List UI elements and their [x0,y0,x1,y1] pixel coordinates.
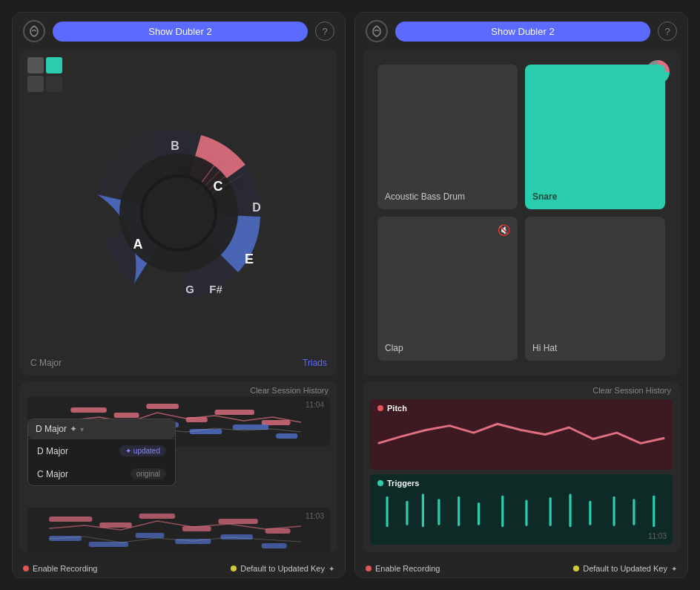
svg-point-6 [143,177,214,249]
dropdown-item-c-major[interactable]: C Major original [28,462,175,485]
svg-rect-34 [136,533,165,538]
color-swatches [27,57,62,92]
right-default-key[interactable]: Default to Updated Key ✦ [573,564,677,573]
right-session-section: Clear Session History Pitch [363,381,680,552]
right-title-button[interactable]: Show Dubler 2 [395,22,650,42]
left-title-button[interactable]: Show Dubler 2 [53,22,308,42]
chord-wheel-section: C B D A E G F# C Major Triads [20,50,337,376]
drum-pad-hihat[interactable]: Hi Hat [525,217,665,361]
enable-recording-label: Enable Recording [33,564,97,573]
svg-rect-40 [386,496,388,528]
svg-rect-44 [458,496,460,526]
pitch-dot [377,405,383,411]
svg-rect-18 [215,410,254,415]
dropdown-trigger[interactable]: D Major ✦ ▾ [28,419,175,439]
triggers-time: 11:03 [648,532,667,540]
right-default-key-label: Default to Updated Key [583,564,667,573]
svg-rect-28 [139,514,176,519]
left-panel: Show Dubler 2 ? [12,12,346,578]
left-panel-header: Show Dubler 2 ? [13,13,345,50]
drum-pad-acoustic-bass[interactable]: Acoustic Bass Drum [377,65,518,209]
dropdown-c-major-label: C Major [37,469,68,479]
drum-pad-clap-label: Clap [385,343,403,353]
svg-text:A: A [133,237,143,252]
svg-rect-42 [422,494,424,527]
svg-rect-15 [114,413,139,418]
right-session-header: Clear Session History [363,381,680,396]
right-default-key-star: ✦ [671,565,677,573]
right-enable-recording[interactable]: Enable Recording [366,564,440,573]
left-track-2[interactable]: 11:03 [27,508,330,552]
left-default-key[interactable]: Default to Updated Key ✦ [231,564,334,573]
svg-text:C: C [214,179,223,194]
left-clear-session-button[interactable]: Clear Session History [250,386,328,395]
svg-rect-52 [633,499,635,525]
dropdown-item-d-major[interactable]: D Major ✦ updated [28,439,175,462]
chord-wheel-svg: C B D A E G F# [60,94,297,332]
svg-text:F#: F# [209,283,222,295]
right-panel: Show Dubler 2 ? Acoustic B [354,12,688,578]
dropdown-chevron-icon: ▾ [80,425,84,433]
swatch-4[interactable] [46,76,62,92]
left-session-section: Clear Session History 11:04 [20,381,337,552]
drum-pad-snare-label: Snare [532,191,557,202]
pitch-label-text: Pitch [387,404,407,413]
svg-rect-27 [99,522,132,528]
left-help-button[interactable]: ? [315,22,334,41]
svg-rect-25 [276,433,297,439]
svg-rect-37 [262,543,287,548]
right-default-key-dot [573,566,579,571]
svg-text:B: B [171,140,179,152]
right-recording-dot [366,566,372,571]
left-dropdown: D Major ✦ ▾ D Major ✦ updated C Major or… [27,419,176,486]
drum-pads-grid: Acoustic Bass Drum Snare 🔇 Clap Hi Hat [363,50,680,376]
right-bottom-bar: Enable Recording Default to Updated Key … [355,560,687,577]
drum-pads-section: Acoustic Bass Drum Snare 🔇 Clap Hi Hat [363,50,680,376]
svg-rect-30 [218,519,257,524]
drum-pad-clap[interactable]: 🔇 Clap [377,217,518,361]
right-panel-header: Show Dubler 2 ? [355,13,687,50]
drum-pad-hihat-label: Hi Hat [532,343,557,353]
recording-dot [23,566,29,571]
svg-rect-47 [525,499,527,526]
svg-text:D: D [252,201,261,214]
right-logo [366,20,388,42]
right-help-button[interactable]: ? [658,22,677,41]
swatch-3[interactable] [27,76,44,92]
pitch-chart-label: Pitch [377,404,407,413]
track-1-time: 11:04 [306,401,324,409]
chord-key-label: C Major [30,358,62,368]
right-enable-recording-label: Enable Recording [375,564,440,573]
swatch-2[interactable] [46,57,62,73]
svg-rect-24 [233,425,269,430]
left-session-header: Clear Session History [20,381,337,396]
left-logo [23,20,45,42]
left-bottom-bar: Enable Recording Default to Updated Key … [13,560,345,577]
svg-rect-48 [549,497,552,526]
mute-icon: 🔇 [498,224,510,236]
default-key-star: ✦ [328,565,334,573]
left-session-tracks: 11:04 [20,396,337,552]
svg-rect-51 [612,496,615,526]
left-enable-recording[interactable]: Enable Recording [23,564,97,573]
swatch-1[interactable] [27,57,44,73]
chord-mode-label[interactable]: Triads [303,358,327,368]
dropdown-star-icon: ✦ [70,424,77,434]
drum-pad-snare[interactable]: Snare [525,65,665,209]
dropdown-updated-badge: ✦ updated [119,445,166,456]
dropdown-trigger-label: D Major [36,424,67,434]
drum-pad-acoustic-bass-label: Acoustic Bass Drum [385,191,465,202]
chart-area: Pitch Triggers 11:03 [363,396,680,552]
right-clear-session-button[interactable]: Clear Session History [592,386,671,395]
svg-rect-45 [478,502,480,525]
svg-rect-46 [501,496,503,528]
svg-rect-26 [49,517,92,522]
svg-text:E: E [245,252,254,266]
triggers-chart-label: Triggers [377,479,419,488]
svg-rect-50 [589,501,591,525]
svg-text:G: G [185,283,194,295]
svg-rect-19 [262,420,291,425]
dropdown-d-major-label: D Major [37,446,68,456]
track-2-time: 11:03 [306,512,324,520]
triggers-dot [377,480,383,486]
